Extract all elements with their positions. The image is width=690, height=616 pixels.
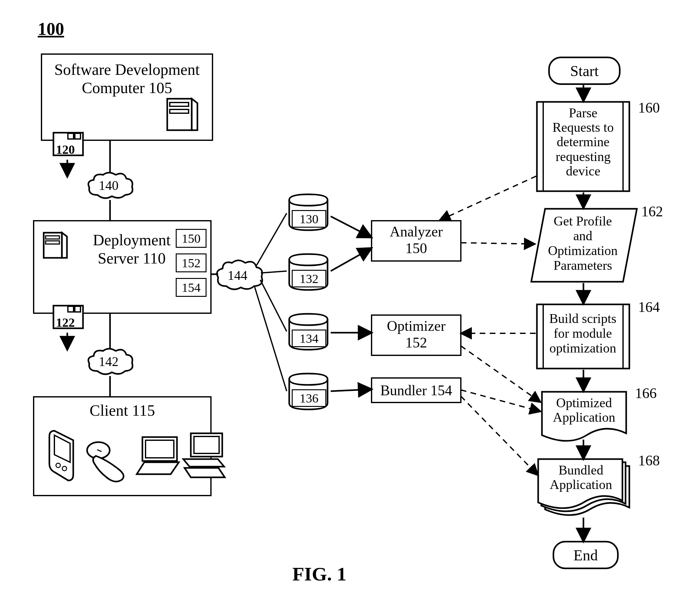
- svg-line-41: [260, 280, 287, 331]
- figure-1: 100 Software Development Computer 105 12…: [0, 0, 690, 616]
- svg-line-42: [254, 287, 287, 391]
- svg-line-39: [257, 213, 287, 265]
- svg-line-54: [461, 243, 534, 244]
- svg-line-43: [331, 216, 371, 237]
- svg-line-53: [440, 176, 536, 220]
- svg-line-44: [331, 248, 371, 271]
- connectors: [0, 0, 690, 616]
- svg-line-58: [461, 396, 537, 475]
- svg-line-40: [261, 271, 287, 273]
- svg-line-46: [331, 389, 371, 391]
- figure-caption: FIG. 1: [292, 563, 347, 585]
